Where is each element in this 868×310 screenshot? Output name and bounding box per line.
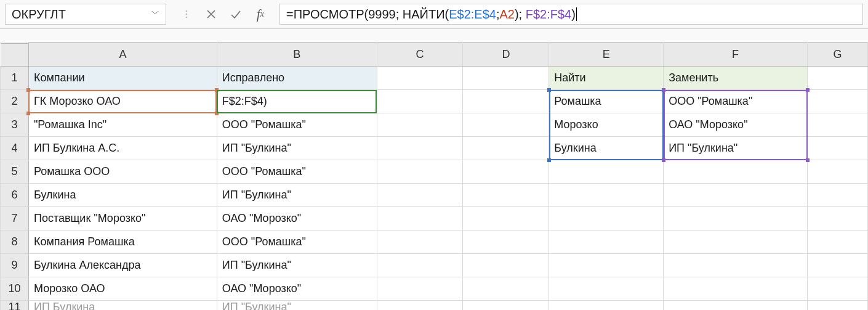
cell-A4[interactable]: ИП Булкина А.С. (28, 137, 217, 160)
cell-B3[interactable]: ООО "Ромашка" (217, 113, 377, 137)
chevron-down-icon[interactable] (152, 11, 158, 17)
range-handle[interactable] (662, 158, 665, 162)
range-handle[interactable] (806, 158, 810, 162)
cell-C5[interactable] (377, 160, 463, 184)
cell-G3[interactable] (808, 113, 868, 137)
cell-B5[interactable]: ООО "Ромашка" (217, 160, 377, 184)
cell-B2[interactable]: F$2:F$4) (217, 90, 377, 113)
range-handle[interactable] (215, 112, 219, 115)
cell-B10[interactable]: ОАО "Морозко" (217, 277, 377, 301)
cell-B7[interactable]: ОАО "Морозко" (217, 207, 377, 230)
cell-A7[interactable]: Поставщик "Морозко" (28, 207, 217, 230)
cell-C8[interactable] (377, 230, 463, 254)
name-box[interactable]: ОКРУГЛТ (5, 4, 166, 25)
select-all-corner[interactable] (1, 43, 29, 67)
cell-E9[interactable] (549, 254, 664, 277)
cell-F1[interactable]: Заменить (664, 67, 808, 90)
spreadsheet-grid[interactable]: A B C D E F G 1КомпанииИсправленоНайтиЗа… (0, 43, 868, 310)
cell-D10[interactable] (463, 277, 549, 301)
row-header[interactable]: 11 (1, 301, 29, 311)
col-header-C[interactable]: C (377, 43, 463, 67)
cell-A8[interactable]: Компания Ромашка (28, 230, 217, 254)
cell-G7[interactable] (808, 207, 868, 230)
cell-E1[interactable]: Найти (549, 67, 664, 90)
cell-B8[interactable]: ООО "Ромашка" (217, 230, 377, 254)
col-header-A[interactable]: A (28, 43, 217, 67)
cell-C7[interactable] (377, 207, 463, 230)
fx-icon[interactable]: fx (252, 4, 268, 25)
cell-G8[interactable] (808, 230, 868, 254)
cell-G11[interactable] (808, 301, 868, 311)
col-header-B[interactable]: B (217, 43, 377, 67)
cell-E5[interactable] (549, 160, 664, 184)
cell-D7[interactable] (463, 207, 549, 230)
range-handle[interactable] (806, 88, 810, 92)
cell-A3[interactable]: "Ромашка Inc" (28, 113, 217, 137)
row-header[interactable]: 10 (1, 277, 29, 301)
row-header[interactable]: 3 (1, 113, 29, 137)
col-header-E[interactable]: E (549, 43, 664, 67)
enter-icon[interactable] (228, 4, 244, 25)
cell-D8[interactable] (463, 230, 549, 254)
cell-E3[interactable]: Морозко (549, 113, 664, 137)
cell-E2[interactable]: Ромашка (549, 90, 664, 113)
cell-F11[interactable] (664, 301, 808, 311)
cell-G2[interactable] (808, 90, 868, 113)
col-header-F[interactable]: F (664, 43, 808, 67)
range-handle[interactable] (215, 88, 219, 92)
row-header[interactable]: 8 (1, 230, 29, 254)
range-handle[interactable] (662, 88, 665, 92)
cell-D11[interactable] (463, 301, 549, 311)
cell-A9[interactable]: Булкина Александра (28, 254, 217, 277)
formula-input[interactable]: =ПРОСМОТР(9999; НАЙТИ(E$2:E$4;A2); F$2:F… (279, 4, 863, 25)
cell-F9[interactable] (664, 254, 808, 277)
cell-E8[interactable] (549, 230, 664, 254)
cell-C3[interactable] (377, 113, 463, 137)
cell-A5[interactable]: Ромашка ООО (28, 160, 217, 184)
cell-D9[interactable] (463, 254, 549, 277)
cell-E6[interactable] (549, 184, 664, 207)
cell-F5[interactable] (664, 160, 808, 184)
cell-G9[interactable] (808, 254, 868, 277)
cell-C9[interactable] (377, 254, 463, 277)
cell-F6[interactable] (664, 184, 808, 207)
cell-F2[interactable]: ООО "Ромашка" (664, 90, 808, 113)
cell-B4[interactable]: ИП "Булкина" (217, 137, 377, 160)
row-header[interactable]: 4 (1, 137, 29, 160)
cell-F8[interactable] (664, 230, 808, 254)
cell-E11[interactable] (549, 301, 664, 311)
cell-G10[interactable] (808, 277, 868, 301)
row-header[interactable]: 2 (1, 90, 29, 113)
cell-A11[interactable]: ИП Булкина (28, 301, 217, 311)
cell-G5[interactable] (808, 160, 868, 184)
cell-C2[interactable] (377, 90, 463, 113)
cell-A6[interactable]: Булкина (28, 184, 217, 207)
cell-F4[interactable]: ИП "Булкина" (664, 137, 808, 160)
cell-E10[interactable] (549, 277, 664, 301)
cell-F10[interactable] (664, 277, 808, 301)
cell-B6[interactable]: ИП "Булкина" (217, 184, 377, 207)
cell-G6[interactable] (808, 184, 868, 207)
cell-B9[interactable]: ИП "Булкина" (217, 254, 377, 277)
row-header[interactable]: 1 (1, 67, 29, 90)
cell-C10[interactable] (377, 277, 463, 301)
cell-A10[interactable]: Морозко ОАО (28, 277, 217, 301)
row-header[interactable]: 9 (1, 254, 29, 277)
cell-A1[interactable]: Компании (28, 67, 217, 90)
cell-E7[interactable] (549, 207, 664, 230)
row-header[interactable]: 5 (1, 160, 29, 184)
cell-A2[interactable]: ГК Морозко ОАО (28, 90, 217, 113)
cell-D1[interactable] (463, 67, 549, 90)
cancel-icon[interactable] (203, 4, 219, 25)
cell-C1[interactable] (377, 67, 463, 90)
cell-C6[interactable] (377, 184, 463, 207)
cell-D5[interactable] (463, 160, 549, 184)
cell-F7[interactable] (664, 207, 808, 230)
cell-D2[interactable] (463, 90, 549, 113)
cell-B1[interactable]: Исправлено (217, 67, 377, 90)
cell-C4[interactable] (377, 137, 463, 160)
cell-C11[interactable] (377, 301, 463, 311)
range-handle[interactable] (26, 88, 30, 92)
col-header-G[interactable]: G (808, 43, 868, 67)
row-header[interactable]: 6 (1, 184, 29, 207)
